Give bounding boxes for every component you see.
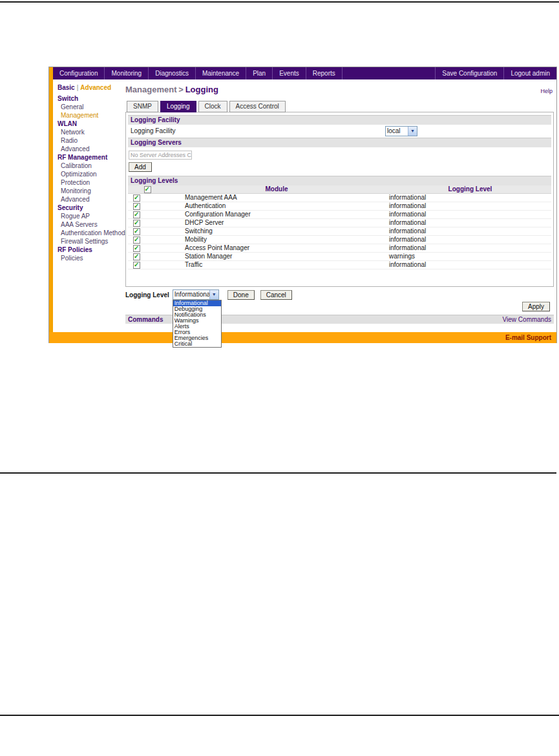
nav-item-maintenance[interactable]: Maintenance bbox=[196, 67, 246, 79]
tab-clock[interactable]: Clock bbox=[198, 101, 227, 112]
section-logging-facility: Logging Facility bbox=[128, 115, 551, 125]
level-cell: informational bbox=[386, 244, 551, 253]
row-checkbox[interactable]: ✓ bbox=[133, 211, 140, 218]
sidebar-item-advanced[interactable]: Advanced bbox=[58, 195, 125, 204]
sidebar-item-monitoring[interactable]: Monitoring bbox=[58, 187, 125, 195]
row-checkbox[interactable]: ✓ bbox=[133, 262, 140, 269]
sidebar-item-authentication-methods[interactable]: Authentication Methods bbox=[58, 229, 125, 237]
logging-level-select[interactable]: Informational ▼ bbox=[173, 289, 219, 300]
module-cell[interactable]: Traffic bbox=[167, 261, 386, 269]
level-cell: informational bbox=[386, 202, 551, 211]
checkmark-icon: ✓ bbox=[134, 202, 139, 209]
sidebar-item-policies[interactable]: Policies bbox=[58, 254, 125, 262]
module-cell[interactable]: Management AAA bbox=[167, 194, 386, 202]
sidebar-item-calibration[interactable]: Calibration bbox=[58, 162, 125, 170]
row-checkbox[interactable]: ✓ bbox=[133, 253, 140, 260]
sidebar-mode-basic[interactable]: Basic bbox=[58, 84, 75, 91]
row-checkbox[interactable]: ✓ bbox=[133, 245, 140, 252]
dropdown-option-errors[interactable]: Errors bbox=[173, 330, 221, 335]
sidebar-groups: SwitchGeneralManagementWLANNetworkRadioA… bbox=[58, 94, 125, 262]
view-commands-link[interactable]: View Commands bbox=[503, 315, 551, 324]
row-checkbox-cell: ✓ bbox=[128, 202, 167, 211]
module-cell[interactable]: DHCP Server bbox=[167, 219, 386, 227]
cancel-button[interactable]: Cancel bbox=[260, 290, 292, 300]
dropdown-option-alerts[interactable]: Alerts bbox=[173, 324, 221, 330]
app-window: ConfigurationMonitoringDiagnosticsMainte… bbox=[48, 67, 557, 343]
level-cell: informational bbox=[386, 219, 551, 227]
row-checkbox[interactable]: ✓ bbox=[133, 228, 140, 235]
tab-logging[interactable]: Logging bbox=[160, 101, 196, 112]
dropdown-option-debugging[interactable]: Debugging bbox=[173, 306, 221, 312]
checkmark-icon: ✓ bbox=[145, 185, 150, 193]
level-cell: informational bbox=[386, 211, 551, 219]
row-checkbox-cell: ✓ bbox=[128, 219, 167, 227]
logging-levels-table: ✓ Module Logging Level ✓Management AAAin… bbox=[128, 185, 551, 269]
module-cell[interactable]: Authentication bbox=[167, 202, 386, 211]
row-checkbox[interactable]: ✓ bbox=[133, 194, 140, 202]
nav-item-reports[interactable]: Reports bbox=[306, 67, 343, 79]
nav-item-monitoring[interactable]: Monitoring bbox=[105, 67, 149, 79]
table-row-management-aaa: ✓Management AAAinformational bbox=[128, 194, 551, 202]
module-cell[interactable]: Configuration Manager bbox=[167, 211, 386, 219]
tab-snmp[interactable]: SNMP bbox=[127, 101, 158, 112]
dropdown-option-warnings[interactable]: Warnings bbox=[173, 318, 221, 324]
add-button[interactable]: Add bbox=[129, 162, 152, 172]
level-cell: warnings bbox=[386, 253, 551, 261]
apply-button[interactable]: Apply bbox=[522, 302, 550, 311]
sidebar-mode-advanced[interactable]: Advanced bbox=[80, 84, 111, 91]
logging-level-select-wrap: Informational ▼ InformationalDebuggingNo… bbox=[173, 289, 219, 300]
row-checkbox-cell: ✓ bbox=[128, 244, 167, 253]
level-cell: informational bbox=[386, 227, 551, 236]
sidebar-item-advanced[interactable]: Advanced bbox=[58, 145, 125, 153]
row-checkbox[interactable]: ✓ bbox=[133, 203, 140, 210]
sidebar-mode-switcher: Basic|Advanced bbox=[58, 84, 125, 91]
module-cell[interactable]: Mobility bbox=[167, 236, 386, 244]
sidebar-item-general[interactable]: General bbox=[58, 103, 125, 111]
sidebar-item-protection[interactable]: Protection bbox=[58, 178, 125, 187]
sidebar-item-firewall-settings[interactable]: Firewall Settings bbox=[58, 237, 125, 246]
sidebar-item-aaa-servers[interactable]: AAA Servers bbox=[58, 220, 125, 229]
nav-item-plan[interactable]: Plan bbox=[246, 67, 273, 79]
server-address-listbox[interactable]: No Server Addresses C bbox=[129, 151, 192, 160]
dropdown-option-critical[interactable]: Critical bbox=[173, 341, 221, 347]
chevron-down-icon[interactable]: ▼ bbox=[209, 290, 218, 299]
select-all-checkbox[interactable]: ✓ bbox=[144, 186, 151, 193]
email-support-link[interactable]: E-mail Support bbox=[505, 334, 551, 341]
checkmark-icon: ✓ bbox=[134, 236, 139, 243]
nav-item-save-configuration[interactable]: Save Configuration bbox=[435, 67, 503, 79]
sidebar-item-radio[interactable]: Radio bbox=[58, 136, 125, 145]
tab-access-control[interactable]: Access Control bbox=[229, 101, 286, 112]
logging-facility-select[interactable]: local ▼ bbox=[385, 126, 417, 136]
nav-item-diagnostics[interactable]: Diagnostics bbox=[149, 67, 196, 79]
sidebar-item-rogue-ap[interactable]: Rogue AP bbox=[58, 212, 125, 220]
module-cell[interactable]: Switching bbox=[167, 227, 386, 236]
logging-facility-label: Logging Facility bbox=[131, 127, 175, 134]
nav-right: Save ConfigurationLogout admin bbox=[435, 67, 556, 79]
checkmark-icon: ✓ bbox=[134, 211, 139, 218]
tab-bar: SNMPLoggingClockAccess Control bbox=[125, 101, 554, 112]
chevron-down-icon[interactable]: ▼ bbox=[408, 127, 417, 136]
sidebar-item-optimization[interactable]: Optimization bbox=[58, 170, 125, 178]
row-checkbox[interactable]: ✓ bbox=[133, 220, 140, 227]
nav-item-logout-admin[interactable]: Logout admin bbox=[503, 67, 556, 79]
breadcrumb-separator: > bbox=[178, 85, 184, 94]
dropdown-option-informational[interactable]: Informational bbox=[173, 300, 221, 306]
help-link[interactable]: Help bbox=[540, 88, 553, 94]
done-button[interactable]: Done bbox=[227, 290, 255, 300]
row-checkbox-cell: ✓ bbox=[128, 211, 167, 219]
row-checkbox[interactable]: ✓ bbox=[133, 236, 140, 244]
table-row-switching: ✓Switchinginformational bbox=[128, 227, 551, 236]
nav-item-events[interactable]: Events bbox=[273, 67, 306, 79]
module-cell[interactable]: Access Point Manager bbox=[167, 244, 386, 253]
sidebar-item-management[interactable]: Management bbox=[58, 111, 125, 120]
module-cell[interactable]: Station Manager bbox=[167, 253, 386, 261]
nav-item-configuration[interactable]: Configuration bbox=[53, 67, 105, 79]
dropdown-option-notifications[interactable]: Notifications bbox=[173, 312, 221, 318]
dropdown-option-emergencies[interactable]: Emergencies bbox=[173, 335, 221, 341]
level-cell: informational bbox=[386, 194, 551, 202]
sidebar-group-wlan: WLAN bbox=[58, 120, 125, 128]
checkmark-icon: ✓ bbox=[134, 261, 139, 268]
logging-level-editor-label: Logging Level bbox=[125, 291, 169, 299]
sidebar-item-network[interactable]: Network bbox=[58, 128, 125, 136]
sidebar-group-rf-management: RF Management bbox=[58, 153, 125, 162]
